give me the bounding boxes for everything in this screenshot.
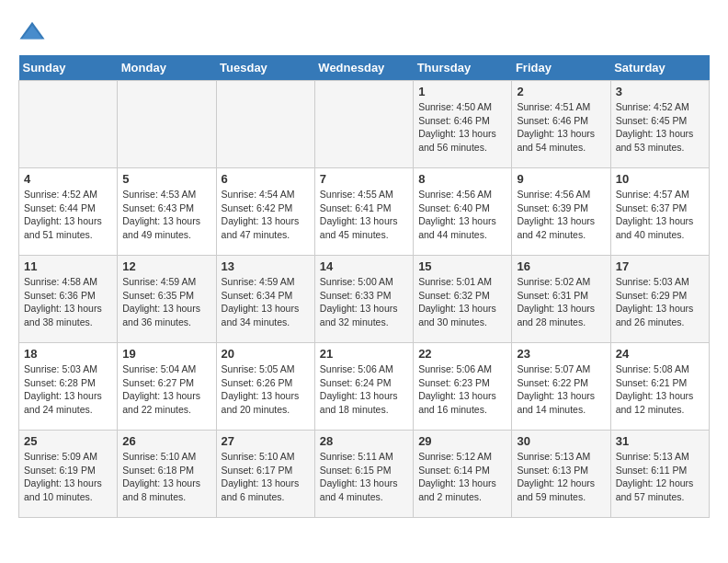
weekday-header-sunday: Sunday: [19, 55, 118, 81]
day-number: 21: [320, 347, 408, 361]
day-info: Sunrise: 5:01 AMSunset: 6:32 PMDaylight:…: [418, 275, 506, 329]
calendar-cell: 15Sunrise: 5:01 AMSunset: 6:32 PMDayligh…: [414, 256, 512, 343]
day-number: 27: [222, 434, 310, 448]
day-number: 11: [24, 259, 112, 273]
calendar-week-row: 25Sunrise: 5:09 AMSunset: 6:19 PMDayligh…: [19, 431, 710, 518]
day-number: 29: [418, 434, 506, 448]
calendar-cell: 23Sunrise: 5:07 AMSunset: 6:22 PMDayligh…: [512, 343, 610, 431]
day-number: 18: [24, 347, 112, 361]
calendar-cell: 28Sunrise: 5:11 AMSunset: 6:15 PMDayligh…: [314, 431, 413, 518]
day-number: 9: [517, 172, 605, 186]
calendar-table: SundayMondayTuesdayWednesdayThursdayFrid…: [18, 55, 710, 518]
calendar-cell: 13Sunrise: 4:59 AMSunset: 6:34 PMDayligh…: [216, 256, 314, 343]
weekday-header-monday: Monday: [118, 55, 216, 81]
day-info: Sunrise: 5:00 AMSunset: 6:33 PMDaylight:…: [320, 275, 408, 329]
weekday-header-friday: Friday: [512, 55, 610, 81]
day-info: Sunrise: 4:54 AMSunset: 6:42 PMDaylight:…: [222, 188, 310, 242]
calendar-cell: 19Sunrise: 5:04 AMSunset: 6:27 PMDayligh…: [118, 343, 216, 431]
calendar-cell: 21Sunrise: 5:06 AMSunset: 6:24 PMDayligh…: [314, 343, 413, 431]
calendar-cell: 11Sunrise: 4:58 AMSunset: 6:36 PMDayligh…: [19, 256, 118, 343]
day-info: Sunrise: 5:13 AMSunset: 6:11 PMDaylight:…: [616, 450, 704, 504]
calendar-cell: [314, 81, 413, 168]
calendar-cell: 30Sunrise: 5:13 AMSunset: 6:13 PMDayligh…: [512, 431, 610, 518]
calendar-cell: 7Sunrise: 4:55 AMSunset: 6:41 PMDaylight…: [314, 168, 413, 256]
page-header: [18, 18, 710, 46]
logo: [18, 18, 48, 46]
calendar-cell: 2Sunrise: 4:51 AMSunset: 6:46 PMDaylight…: [512, 81, 610, 168]
day-number: 3: [616, 85, 704, 98]
day-number: 24: [616, 347, 704, 361]
day-info: Sunrise: 5:10 AMSunset: 6:18 PMDaylight:…: [122, 450, 210, 504]
day-number: 12: [122, 259, 210, 273]
calendar-cell: [19, 81, 118, 168]
calendar-week-row: 11Sunrise: 4:58 AMSunset: 6:36 PMDayligh…: [19, 256, 710, 343]
calendar-week-row: 1Sunrise: 4:50 AMSunset: 6:46 PMDaylight…: [19, 81, 710, 168]
calendar-week-row: 18Sunrise: 5:03 AMSunset: 6:28 PMDayligh…: [19, 343, 710, 431]
calendar-cell: 26Sunrise: 5:10 AMSunset: 6:18 PMDayligh…: [118, 431, 216, 518]
day-info: Sunrise: 5:02 AMSunset: 6:31 PMDaylight:…: [517, 275, 605, 329]
day-info: Sunrise: 5:09 AMSunset: 6:19 PMDaylight:…: [24, 450, 112, 504]
day-number: 2: [517, 85, 605, 98]
weekday-header-saturday: Saturday: [610, 55, 709, 81]
day-info: Sunrise: 4:55 AMSunset: 6:41 PMDaylight:…: [320, 188, 408, 242]
day-number: 8: [418, 172, 506, 186]
day-info: Sunrise: 4:59 AMSunset: 6:34 PMDaylight:…: [222, 275, 310, 329]
day-number: 10: [616, 172, 704, 186]
day-number: 28: [320, 434, 408, 448]
day-number: 20: [222, 347, 310, 361]
weekday-header-wednesday: Wednesday: [314, 55, 413, 81]
day-number: 22: [418, 347, 506, 361]
day-number: 31: [616, 434, 704, 448]
day-info: Sunrise: 4:58 AMSunset: 6:36 PMDaylight:…: [24, 275, 112, 329]
day-number: 19: [122, 347, 210, 361]
day-number: 1: [418, 85, 506, 98]
weekday-header-thursday: Thursday: [414, 55, 512, 81]
day-info: Sunrise: 5:03 AMSunset: 6:29 PMDaylight:…: [616, 275, 704, 329]
calendar-cell: 4Sunrise: 4:52 AMSunset: 6:44 PMDaylight…: [19, 168, 118, 256]
calendar-cell: 24Sunrise: 5:08 AMSunset: 6:21 PMDayligh…: [610, 343, 709, 431]
calendar-cell: 6Sunrise: 4:54 AMSunset: 6:42 PMDaylight…: [216, 168, 314, 256]
day-number: 25: [24, 434, 112, 448]
calendar-cell: 31Sunrise: 5:13 AMSunset: 6:11 PMDayligh…: [610, 431, 709, 518]
day-number: 6: [222, 172, 310, 186]
day-number: 17: [616, 259, 704, 273]
calendar-cell: [118, 81, 216, 168]
calendar-cell: 8Sunrise: 4:56 AMSunset: 6:40 PMDaylight…: [414, 168, 512, 256]
day-info: Sunrise: 5:06 AMSunset: 6:23 PMDaylight:…: [418, 362, 506, 417]
day-number: 30: [517, 434, 605, 448]
calendar-header: SundayMondayTuesdayWednesdayThursdayFrid…: [19, 55, 710, 81]
day-info: Sunrise: 4:52 AMSunset: 6:45 PMDaylight:…: [616, 100, 704, 155]
calendar-cell: 20Sunrise: 5:05 AMSunset: 6:26 PMDayligh…: [216, 343, 314, 431]
day-info: Sunrise: 5:13 AMSunset: 6:13 PMDaylight:…: [517, 450, 605, 504]
day-number: 15: [418, 259, 506, 273]
calendar-cell: 22Sunrise: 5:06 AMSunset: 6:23 PMDayligh…: [414, 343, 512, 431]
day-info: Sunrise: 5:06 AMSunset: 6:24 PMDaylight:…: [320, 362, 408, 417]
day-info: Sunrise: 5:10 AMSunset: 6:17 PMDaylight:…: [222, 450, 310, 504]
calendar-cell: 25Sunrise: 5:09 AMSunset: 6:19 PMDayligh…: [19, 431, 118, 518]
day-info: Sunrise: 4:59 AMSunset: 6:35 PMDaylight:…: [122, 275, 210, 329]
day-info: Sunrise: 4:56 AMSunset: 6:40 PMDaylight:…: [418, 188, 506, 242]
day-info: Sunrise: 4:56 AMSunset: 6:39 PMDaylight:…: [517, 188, 605, 242]
calendar-cell: 10Sunrise: 4:57 AMSunset: 6:37 PMDayligh…: [610, 168, 709, 256]
day-number: 4: [24, 172, 112, 186]
calendar-cell: 3Sunrise: 4:52 AMSunset: 6:45 PMDaylight…: [610, 81, 709, 168]
calendar-cell: 16Sunrise: 5:02 AMSunset: 6:31 PMDayligh…: [512, 256, 610, 343]
day-info: Sunrise: 4:52 AMSunset: 6:44 PMDaylight:…: [24, 188, 112, 242]
calendar-cell: 5Sunrise: 4:53 AMSunset: 6:43 PMDaylight…: [118, 168, 216, 256]
day-info: Sunrise: 5:04 AMSunset: 6:27 PMDaylight:…: [122, 362, 210, 417]
calendar-week-row: 4Sunrise: 4:52 AMSunset: 6:44 PMDaylight…: [19, 168, 710, 256]
day-number: 23: [517, 347, 605, 361]
day-info: Sunrise: 5:11 AMSunset: 6:15 PMDaylight:…: [320, 450, 408, 504]
day-number: 13: [222, 259, 310, 273]
calendar-cell: 12Sunrise: 4:59 AMSunset: 6:35 PMDayligh…: [118, 256, 216, 343]
calendar-cell: 29Sunrise: 5:12 AMSunset: 6:14 PMDayligh…: [414, 431, 512, 518]
day-info: Sunrise: 4:50 AMSunset: 6:46 PMDaylight:…: [418, 100, 506, 155]
calendar-cell: [216, 81, 314, 168]
day-info: Sunrise: 4:51 AMSunset: 6:46 PMDaylight:…: [517, 100, 605, 155]
day-info: Sunrise: 5:12 AMSunset: 6:14 PMDaylight:…: [418, 450, 506, 504]
logo-icon: [18, 18, 46, 46]
day-info: Sunrise: 5:07 AMSunset: 6:22 PMDaylight:…: [517, 362, 605, 417]
calendar-cell: 1Sunrise: 4:50 AMSunset: 6:46 PMDaylight…: [414, 81, 512, 168]
day-info: Sunrise: 4:57 AMSunset: 6:37 PMDaylight:…: [616, 188, 704, 242]
calendar-cell: 9Sunrise: 4:56 AMSunset: 6:39 PMDaylight…: [512, 168, 610, 256]
